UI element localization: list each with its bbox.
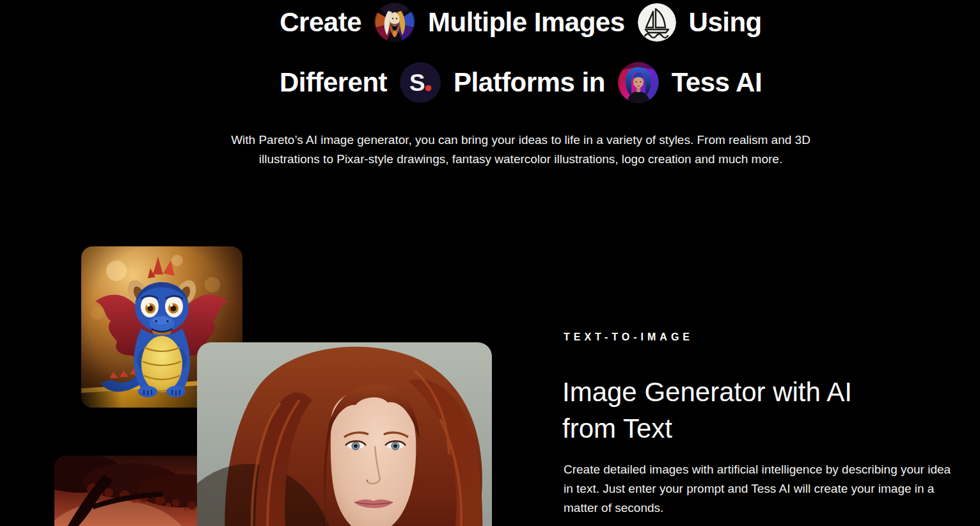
hero-title-text: Using <box>689 7 762 38</box>
page: Create <box>0 0 980 526</box>
hero-title-line1: Create <box>0 1 980 44</box>
sunset-image <box>54 456 214 526</box>
section-heading: Image Generator with AI from Text <box>562 374 852 447</box>
hero-subtitle-line2: illustrations to Pixar-style drawings, f… <box>0 150 980 169</box>
section-body: Create detailed images with artificial i… <box>564 460 957 518</box>
hero-title-text: Create <box>280 7 361 38</box>
hero-subtitle: With Pareto’s AI image generator, you ca… <box>0 131 980 169</box>
hero-title-text: Tess AI <box>672 67 762 98</box>
hero-subtitle-line1: With Pareto’s AI image generator, you ca… <box>0 131 980 150</box>
section-heading-line2: from Text <box>562 410 852 447</box>
section-heading-line1: Image Generator with AI <box>562 374 852 410</box>
hero-title-line2: Different S Platforms in <box>0 61 980 104</box>
svg-text:S: S <box>409 70 425 96</box>
section-eyebrow: TEXT-TO-IMAGE <box>564 331 693 343</box>
sailboat-icon <box>638 3 676 42</box>
hero-title-text: Multiple Images <box>428 7 625 38</box>
wizard-avatar-icon <box>374 2 415 43</box>
hero-title-text: Different <box>280 67 387 98</box>
hero-title-text: Platforms in <box>454 67 605 98</box>
tess-avatar-icon <box>618 62 659 103</box>
portrait-image <box>197 342 492 526</box>
s-platform-icon: S <box>400 62 441 103</box>
